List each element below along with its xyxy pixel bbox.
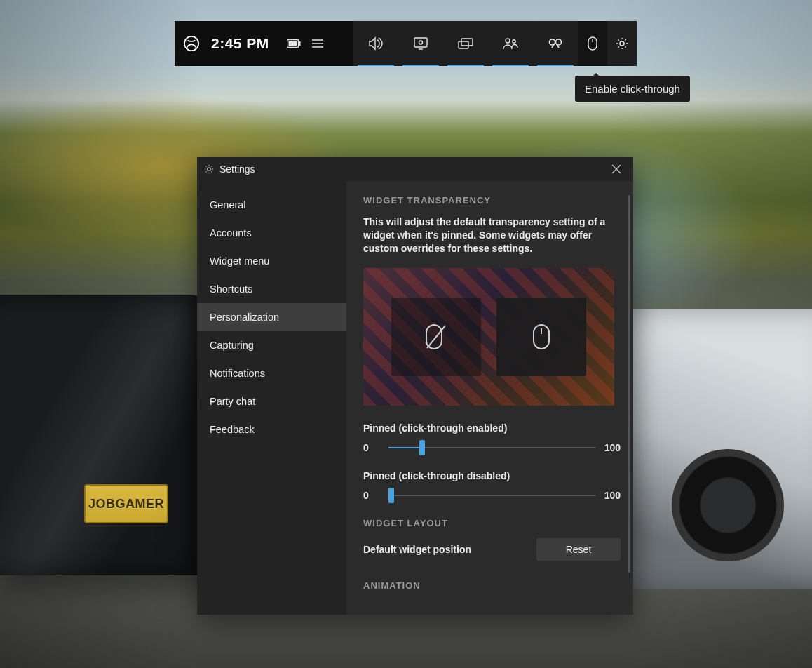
car-wheel bbox=[672, 449, 784, 561]
svg-point-8 bbox=[506, 39, 510, 43]
car-left bbox=[0, 295, 217, 575]
svg-rect-6 bbox=[459, 41, 468, 48]
click-through-tooltip: Enable click-through bbox=[575, 76, 690, 102]
game-bar-left: 2:45 PM bbox=[175, 21, 353, 66]
slider1-row: 0 100 bbox=[363, 441, 621, 455]
svg-point-5 bbox=[419, 41, 423, 44]
slider1-max: 100 bbox=[604, 442, 621, 453]
sidebar-item-general[interactable]: General bbox=[197, 191, 346, 219]
svg-point-14 bbox=[620, 41, 624, 46]
section-heading-transparency: WIDGET TRANSPARENCY bbox=[363, 195, 621, 206]
svg-line-17 bbox=[427, 326, 445, 348]
transparency-slider-disabled[interactable] bbox=[388, 488, 595, 502]
menu-icon[interactable] bbox=[306, 39, 330, 48]
slider2-label: Pinned (click-through disabled) bbox=[363, 470, 621, 481]
looking-for-group-widget-button[interactable] bbox=[533, 21, 578, 66]
settings-button[interactable] bbox=[607, 21, 637, 66]
slider1-label: Pinned (click-through enabled) bbox=[363, 422, 621, 434]
clock: 2:45 PM bbox=[211, 35, 269, 52]
sidebar-item-personalization[interactable]: Personalization bbox=[197, 303, 346, 331]
reset-button[interactable]: Reset bbox=[536, 538, 621, 561]
xbox-icon[interactable] bbox=[175, 36, 208, 51]
svg-rect-12 bbox=[588, 37, 597, 50]
slider2-max: 100 bbox=[604, 490, 621, 501]
svg-point-9 bbox=[513, 40, 515, 43]
audio-widget-button[interactable] bbox=[353, 21, 398, 66]
settings-content[interactable]: WIDGET TRANSPARENCY This will adjust the… bbox=[346, 181, 633, 615]
transparency-description: This will adjust the default transparenc… bbox=[363, 215, 616, 255]
svg-rect-7 bbox=[461, 39, 473, 46]
svg-rect-2 bbox=[299, 41, 300, 46]
section-heading-animation: ANIMATION bbox=[363, 580, 621, 591]
svg-point-15 bbox=[208, 168, 211, 171]
svg-rect-4 bbox=[414, 38, 427, 47]
license-plate: JOBGAMER bbox=[84, 484, 168, 523]
slider2-row: 0 100 bbox=[363, 488, 621, 502]
preview-click-through-on bbox=[391, 298, 481, 376]
sidebar-item-accounts[interactable]: Accounts bbox=[197, 219, 346, 247]
sidebar-item-feedback[interactable]: Feedback bbox=[197, 415, 346, 443]
svg-point-11 bbox=[556, 39, 562, 45]
slider2-min: 0 bbox=[363, 490, 380, 501]
game-bar: 2:45 PM bbox=[175, 21, 637, 66]
battery-icon[interactable] bbox=[282, 39, 306, 48]
default-position-label: Default widget position bbox=[363, 544, 471, 555]
game-bar-widgets bbox=[353, 21, 637, 66]
sidebar-item-party-chat[interactable]: Party chat bbox=[197, 387, 346, 415]
preview-click-through-off bbox=[496, 298, 586, 376]
gear-icon bbox=[204, 164, 214, 174]
settings-sidebar: General Accounts Widget menu Shortcuts P… bbox=[197, 181, 346, 615]
transparency-slider-enabled[interactable] bbox=[388, 441, 595, 455]
click-through-button[interactable] bbox=[578, 21, 607, 66]
transparency-preview bbox=[363, 268, 614, 406]
settings-titlebar: Settings bbox=[197, 157, 633, 181]
performance-widget-button[interactable] bbox=[398, 21, 443, 66]
sidebar-item-widget-menu[interactable]: Widget menu bbox=[197, 247, 346, 275]
svg-rect-3 bbox=[288, 41, 297, 46]
settings-window: Settings General Accounts Widget menu Sh… bbox=[197, 157, 633, 615]
section-heading-layout: WIDGET LAYOUT bbox=[363, 518, 621, 528]
capture-widget-button[interactable] bbox=[443, 21, 488, 66]
sidebar-item-notifications[interactable]: Notifications bbox=[197, 359, 346, 387]
close-button[interactable] bbox=[607, 159, 626, 179]
sidebar-item-capturing[interactable]: Capturing bbox=[197, 331, 346, 359]
svg-point-0 bbox=[184, 36, 198, 51]
xbox-social-widget-button[interactable] bbox=[488, 21, 533, 66]
slider1-min: 0 bbox=[363, 442, 380, 453]
settings-title: Settings bbox=[219, 163, 607, 175]
sidebar-item-shortcuts[interactable]: Shortcuts bbox=[197, 275, 346, 303]
svg-point-10 bbox=[550, 39, 555, 45]
scrollbar[interactable] bbox=[628, 195, 630, 573]
